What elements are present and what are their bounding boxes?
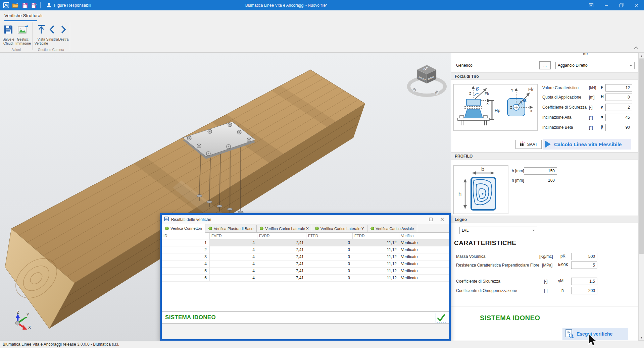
green-status-dot-icon	[370, 227, 374, 230]
massa-volumica-input[interactable]	[571, 253, 597, 260]
minimize-button[interactable]	[599, 0, 614, 10]
window-controls	[584, 0, 644, 10]
right-button[interactable]: Destra	[56, 22, 71, 51]
field-label: Inclinazione Alfa	[542, 115, 572, 120]
checkmark-icon	[437, 314, 445, 322]
open-file-icon[interactable]	[12, 2, 19, 9]
panel-scrollbar[interactable]: ▲ ▼	[638, 53, 644, 341]
cell-fted: 0	[306, 268, 353, 274]
table-row[interactable]: 2 4 7,41 0 11,12 Verificato	[162, 246, 449, 253]
cell-fved: 4	[210, 275, 257, 281]
cell-verifica: Verificato	[399, 246, 449, 253]
cell-verifica: Verificato	[399, 239, 449, 246]
table-row[interactable]: 1 4 7,41 0 11,12 Verificato	[162, 239, 449, 246]
section-header-forza-di-tiro: Forza di Tiro	[451, 72, 638, 80]
tab-verifica-piastra-di-base[interactable]: Verifica Piastra di Base	[205, 225, 257, 232]
collapse-ribbon-icon[interactable]	[633, 45, 639, 51]
cell-verifica: Verificato	[399, 260, 449, 267]
dialog-result-status: SISTEMA IDONEO	[162, 314, 216, 321]
esegui-verifiche-button[interactable]: Esegui verifiche	[562, 328, 628, 340]
dialog-maximize-button[interactable]	[425, 215, 436, 224]
green-status-dot-icon	[165, 227, 169, 230]
panel-divider	[451, 306, 638, 306]
cell-id: 1	[162, 239, 210, 246]
browse-button[interactable]: ...	[539, 61, 551, 69]
cell-ftrd: 11,12	[353, 275, 399, 281]
view-cube[interactable]: TOP FRONT RIGHT S E	[409, 65, 445, 96]
wood-material-combo[interactable]: LVL	[459, 227, 537, 234]
tab-verifica-carico-laterale-y[interactable]: Verifica Carico Laterale Y	[312, 225, 367, 232]
dialog-titlebar[interactable]: Risultati delle verifiche	[162, 215, 449, 224]
field-unit: [°]	[589, 125, 593, 130]
dialog-close-button[interactable]	[436, 215, 448, 224]
column-header-fted[interactable]: FTED	[306, 233, 353, 239]
save-icon[interactable]	[21, 2, 28, 9]
field-row-quota-applicazione: Quota di Applicazione [m] H	[451, 94, 638, 101]
tab-verifica-carico-assiale[interactable]: Verifica Carico Assiale	[367, 225, 417, 232]
field-unit: [m]	[589, 95, 595, 100]
table-row[interactable]: 4 4 7,41 0 11,12 Verificato	[162, 260, 449, 268]
cell-fted: 0	[306, 253, 353, 260]
table-row[interactable]: 6 4 7,41 0 11,12 Verificato	[162, 275, 449, 282]
column-header-verifica[interactable]: Verifica	[399, 233, 449, 239]
cell-id: 6	[162, 275, 210, 281]
calcolo-linea-vita-button[interactable]: Calcolo Linea Vita Flessibile	[543, 139, 631, 150]
axis-z-label: Z	[17, 310, 19, 315]
caratteristiche-title: CARATTERISTICHE	[454, 239, 516, 247]
tab-underline	[4, 20, 37, 21]
column-header-ftrd[interactable]: FTRD	[353, 233, 399, 239]
titlebar[interactable]: Figure Responsabili Blumatica Linee Vita…	[0, 0, 644, 10]
field-symbol: pK	[560, 254, 565, 258]
field-unit: [MPa]	[542, 263, 552, 268]
clipped-section-label: gg	[583, 53, 588, 56]
cell-fvrd: 7,41	[257, 253, 306, 260]
person-icon	[47, 2, 51, 8]
resistenza-perpendicolare-input[interactable]	[571, 262, 597, 269]
quota-applicazione-input[interactable]	[605, 94, 632, 101]
profile-h-input[interactable]	[524, 177, 557, 184]
cell-fvrd: 7,41	[257, 268, 306, 274]
anchor-name-input[interactable]	[454, 62, 536, 69]
coeff-sicurezza-legno-input[interactable]	[571, 278, 597, 285]
inclinazione-alfa-input[interactable]	[605, 114, 632, 121]
field-symbol: α	[601, 115, 603, 119]
field-label: Coefficiente di Omogeneizzazione	[456, 288, 517, 293]
axis-x-label: X	[28, 325, 31, 330]
coeff-sicurezza-input[interactable]	[605, 104, 632, 111]
field-row-inclinazione-beta: Inclinazione Beta [°] β	[451, 124, 638, 131]
close-button[interactable]	[629, 0, 644, 10]
ribbon-display-options-icon[interactable]	[584, 0, 599, 10]
profile-b-input[interactable]	[524, 167, 557, 175]
scrollbar-down-arrow[interactable]: ▼	[639, 335, 644, 341]
column-header-fvrd[interactable]: FVRD	[257, 233, 306, 239]
inclinazione-beta-input[interactable]	[605, 124, 632, 131]
column-header-fved[interactable]: FVED	[210, 233, 257, 239]
cell-verifica: Verificato	[399, 253, 449, 260]
restore-button[interactable]	[614, 0, 629, 10]
cell-ftrd: 11,12	[353, 246, 399, 253]
scrollbar-thumb[interactable]	[639, 59, 644, 254]
tab-verifica-connettori[interactable]: Verifica Connettori	[162, 224, 205, 233]
manage-image-button[interactable]: GestisciImmagine	[15, 22, 31, 51]
saat-button[interactable]: SAAT	[515, 140, 542, 149]
valore-caratteristico-input[interactable]	[605, 84, 632, 92]
coeff-omogeneizzazione-input[interactable]	[571, 287, 597, 294]
table-row[interactable]: 3 4 7,41 0 11,12 Verificato	[162, 253, 449, 260]
figure-responsabili-button[interactable]: Figure Responsabili	[43, 0, 94, 10]
result-check-button[interactable]	[436, 313, 446, 323]
field-symbol: F	[601, 85, 603, 90]
field-unit: [-]	[544, 279, 548, 284]
tab-verifiche-strutturali[interactable]: Verifiche Strutturali	[4, 13, 42, 20]
manage-image-icon	[15, 22, 31, 37]
chevron-down-icon	[630, 65, 632, 66]
save-as-icon[interactable]	[31, 2, 38, 9]
properties-panel: gg ... Aggancio Diretto Forza di Tiro	[451, 53, 638, 341]
column-header-id[interactable]: ID	[162, 233, 210, 239]
anchor-type-combo[interactable]: Aggancio Diretto	[555, 62, 635, 69]
green-status-dot-icon	[260, 227, 263, 230]
tab-verifica-carico-laterale-x[interactable]: Verifica Carico Laterale X	[257, 225, 312, 232]
save-and-close-button[interactable]: Salve eChiudi	[1, 22, 16, 51]
table-row[interactable]: 5 4 7,41 0 11,12 Verificato	[162, 268, 449, 275]
scrollbar-up-arrow[interactable]: ▲	[639, 53, 644, 59]
cell-id: 3	[162, 253, 210, 260]
